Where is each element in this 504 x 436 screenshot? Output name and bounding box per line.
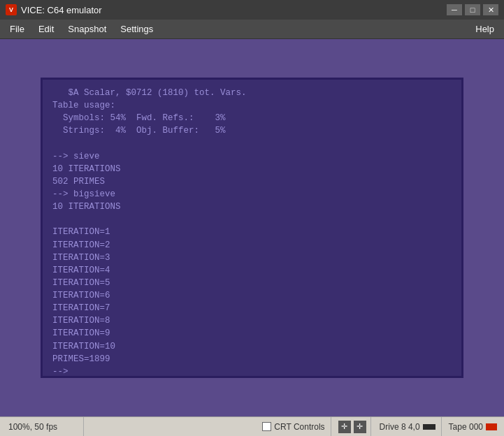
drive-label: Drive 8 4,0 xyxy=(380,422,420,432)
drive-led xyxy=(423,424,435,430)
menu-snapshot[interactable]: Snapshot xyxy=(61,21,113,37)
joystick1-icon[interactable]: ✛ xyxy=(338,421,351,433)
screen-content: $A Scalar, $0712 (1810) tot. Vars. Table… xyxy=(52,87,452,378)
emulator-outer: $A Scalar, $0712 (1810) tot. Vars. Table… xyxy=(0,39,504,416)
menu-help[interactable]: Help xyxy=(468,21,501,37)
joystick-controls: ✛ ✛ xyxy=(334,417,371,436)
window-controls: ─ □ ✕ xyxy=(447,4,498,15)
menu-bar: File Edit Snapshot Settings Help xyxy=(0,20,504,39)
close-button[interactable]: ✕ xyxy=(483,4,498,15)
status-bar: 100%, 50 fps CRT Controls ✛ ✛ Drive 8 4,… xyxy=(0,416,504,436)
emulator-screen[interactable]: $A Scalar, $0712 (1810) tot. Vars. Table… xyxy=(41,78,463,378)
minimize-button[interactable]: ─ xyxy=(447,4,462,15)
window-title: VICE: C64 emulator xyxy=(21,5,102,15)
title-bar-left: V VICE: C64 emulator xyxy=(6,4,102,15)
menu-settings[interactable]: Settings xyxy=(113,21,160,37)
menu-edit[interactable]: Edit xyxy=(31,21,61,37)
status-right: CRT Controls ✛ ✛ Drive 8 4,0 Tape 000 xyxy=(257,417,504,436)
crt-label: CRT Controls xyxy=(274,422,324,432)
maximize-button[interactable]: □ xyxy=(465,4,480,15)
app-icon: V xyxy=(6,4,17,15)
crt-checkbox[interactable] xyxy=(262,422,271,431)
tape-led xyxy=(486,423,497,430)
status-fps: 100%, 50 fps xyxy=(0,417,84,436)
tape-label: Tape 000 xyxy=(449,422,483,432)
drive-status: Drive 8 4,0 xyxy=(374,417,442,436)
title-bar: V VICE: C64 emulator ─ □ ✕ xyxy=(0,0,504,20)
menu-file[interactable]: File xyxy=(3,21,31,37)
tape-status: Tape 000 xyxy=(445,417,501,436)
joystick2-icon[interactable]: ✛ xyxy=(354,421,366,433)
crt-controls-section[interactable]: CRT Controls xyxy=(257,417,331,436)
